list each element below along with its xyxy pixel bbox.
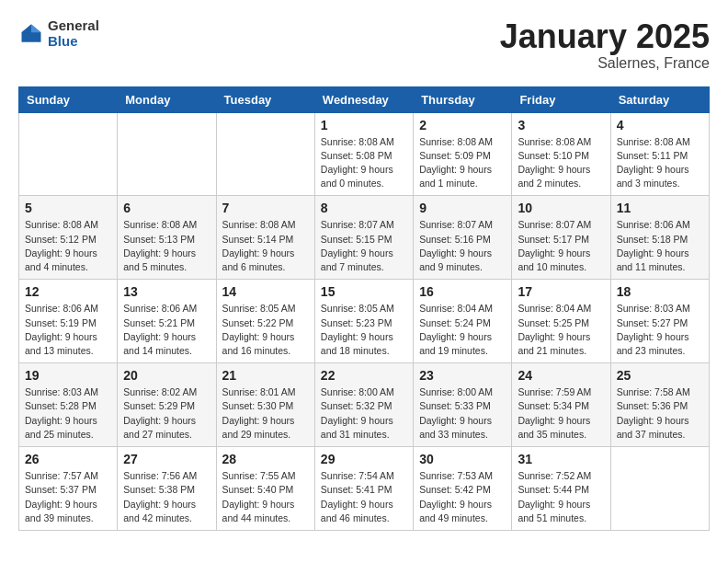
weekday-header-friday: Friday: [512, 86, 610, 112]
calendar-day-3: 3Sunrise: 8:08 AM Sunset: 5:10 PM Daylig…: [512, 112, 610, 196]
day-info: Sunrise: 8:07 AM Sunset: 5:17 PM Dayligh…: [518, 218, 604, 274]
calendar-week-3: 12Sunrise: 8:06 AM Sunset: 5:19 PM Dayli…: [19, 280, 710, 363]
day-number: 1: [321, 118, 407, 132]
day-info: Sunrise: 8:00 AM Sunset: 5:32 PM Dayligh…: [321, 385, 407, 442]
calendar-day-8: 8Sunrise: 8:07 AM Sunset: 5:15 PM Daylig…: [314, 196, 413, 280]
calendar-day-10: 10Sunrise: 8:07 AM Sunset: 5:17 PM Dayli…: [512, 196, 610, 280]
calendar-day-19: 19Sunrise: 8:03 AM Sunset: 5:28 PM Dayli…: [19, 363, 118, 447]
day-info: Sunrise: 8:06 AM Sunset: 5:18 PM Dayligh…: [617, 218, 703, 274]
day-number: 6: [123, 201, 210, 215]
calendar-week-1: 1Sunrise: 8:08 AM Sunset: 5:08 PM Daylig…: [19, 112, 710, 196]
svg-marker-1: [31, 24, 41, 32]
day-number: 28: [222, 452, 309, 466]
day-number: 19: [25, 368, 111, 383]
day-info: Sunrise: 8:08 AM Sunset: 5:10 PM Dayligh…: [518, 135, 604, 191]
weekday-header-sunday: Sunday: [19, 86, 118, 112]
calendar-day-4: 4Sunrise: 8:08 AM Sunset: 5:11 PM Daylig…: [610, 112, 709, 196]
day-number: 31: [518, 452, 604, 466]
calendar-week-4: 19Sunrise: 8:03 AM Sunset: 5:28 PM Dayli…: [19, 363, 710, 447]
svg-marker-2: [22, 24, 32, 32]
calendar-week-2: 5Sunrise: 8:08 AM Sunset: 5:12 PM Daylig…: [19, 196, 710, 280]
day-info: Sunrise: 8:08 AM Sunset: 5:12 PM Dayligh…: [25, 218, 111, 274]
calendar-day-20: 20Sunrise: 8:02 AM Sunset: 5:29 PM Dayli…: [118, 363, 216, 447]
day-info: Sunrise: 7:54 AM Sunset: 5:41 PM Dayligh…: [321, 469, 407, 525]
calendar-day-17: 17Sunrise: 8:04 AM Sunset: 5:25 PM Dayli…: [512, 280, 610, 363]
calendar-subtitle: Salernes, France: [500, 55, 710, 72]
logo-icon: [18, 21, 44, 47]
calendar-day-22: 22Sunrise: 8:00 AM Sunset: 5:32 PM Dayli…: [314, 363, 413, 447]
calendar-day-18: 18Sunrise: 8:03 AM Sunset: 5:27 PM Dayli…: [610, 280, 709, 363]
day-info: Sunrise: 8:05 AM Sunset: 5:22 PM Dayligh…: [222, 302, 309, 358]
day-number: 12: [25, 284, 111, 299]
day-number: 20: [123, 368, 210, 383]
calendar-day-6: 6Sunrise: 8:08 AM Sunset: 5:13 PM Daylig…: [118, 196, 216, 280]
day-number: 4: [617, 118, 703, 132]
day-info: Sunrise: 8:00 AM Sunset: 5:33 PM Dayligh…: [419, 385, 506, 442]
day-number: 30: [419, 452, 506, 466]
day-info: Sunrise: 8:03 AM Sunset: 5:27 PM Dayligh…: [617, 302, 703, 358]
calendar-day-16: 16Sunrise: 8:04 AM Sunset: 5:24 PM Dayli…: [414, 280, 512, 363]
day-info: Sunrise: 7:58 AM Sunset: 5:36 PM Dayligh…: [617, 385, 703, 442]
weekday-header-row: SundayMondayTuesdayWednesdayThursdayFrid…: [19, 86, 710, 112]
day-number: 13: [123, 284, 210, 299]
calendar-table: SundayMondayTuesdayWednesdayThursdayFrid…: [18, 86, 710, 531]
calendar-day-7: 7Sunrise: 8:08 AM Sunset: 5:14 PM Daylig…: [216, 196, 314, 280]
calendar-day-31: 31Sunrise: 7:52 AM Sunset: 5:44 PM Dayli…: [512, 447, 610, 531]
day-number: 9: [419, 201, 506, 215]
calendar-day-5: 5Sunrise: 8:08 AM Sunset: 5:12 PM Daylig…: [19, 196, 118, 280]
day-info: Sunrise: 7:59 AM Sunset: 5:34 PM Dayligh…: [518, 385, 604, 442]
empty-cell: [216, 112, 314, 196]
weekday-header-wednesday: Wednesday: [314, 86, 413, 112]
empty-cell: [118, 112, 216, 196]
calendar-day-21: 21Sunrise: 8:01 AM Sunset: 5:30 PM Dayli…: [216, 363, 314, 447]
day-info: Sunrise: 8:02 AM Sunset: 5:29 PM Dayligh…: [123, 385, 210, 442]
day-info: Sunrise: 8:06 AM Sunset: 5:21 PM Dayligh…: [123, 302, 210, 358]
weekday-header-monday: Monday: [118, 86, 216, 112]
day-number: 24: [518, 368, 604, 383]
logo: General Blue: [18, 18, 99, 49]
day-number: 22: [321, 368, 407, 383]
day-number: 5: [25, 201, 111, 215]
calendar-day-30: 30Sunrise: 7:53 AM Sunset: 5:42 PM Dayli…: [414, 447, 512, 531]
day-info: Sunrise: 7:55 AM Sunset: 5:40 PM Dayligh…: [222, 469, 309, 525]
day-number: 14: [222, 284, 309, 299]
day-info: Sunrise: 7:57 AM Sunset: 5:37 PM Dayligh…: [25, 469, 111, 525]
day-info: Sunrise: 8:08 AM Sunset: 5:13 PM Dayligh…: [123, 218, 210, 274]
day-info: Sunrise: 8:01 AM Sunset: 5:30 PM Dayligh…: [222, 385, 309, 442]
day-number: 15: [321, 284, 407, 299]
calendar-day-2: 2Sunrise: 8:08 AM Sunset: 5:09 PM Daylig…: [414, 112, 512, 196]
day-info: Sunrise: 8:04 AM Sunset: 5:25 PM Dayligh…: [518, 302, 604, 358]
calendar-day-23: 23Sunrise: 8:00 AM Sunset: 5:33 PM Dayli…: [414, 363, 512, 447]
calendar-day-9: 9Sunrise: 8:07 AM Sunset: 5:16 PM Daylig…: [414, 196, 512, 280]
day-number: 23: [419, 368, 506, 383]
weekday-header-tuesday: Tuesday: [216, 86, 314, 112]
day-number: 25: [617, 368, 703, 383]
calendar-day-13: 13Sunrise: 8:06 AM Sunset: 5:21 PM Dayli…: [118, 280, 216, 363]
calendar-day-26: 26Sunrise: 7:57 AM Sunset: 5:37 PM Dayli…: [19, 447, 118, 531]
day-info: Sunrise: 8:08 AM Sunset: 5:08 PM Dayligh…: [321, 135, 407, 191]
day-number: 26: [25, 452, 111, 466]
calendar-header: SundayMondayTuesdayWednesdayThursdayFrid…: [19, 86, 710, 112]
day-number: 18: [617, 284, 703, 299]
weekday-header-thursday: Thursday: [414, 86, 512, 112]
day-info: Sunrise: 8:07 AM Sunset: 5:16 PM Dayligh…: [419, 218, 506, 274]
title-block: January 2025 Salernes, France: [500, 18, 710, 72]
day-info: Sunrise: 8:07 AM Sunset: 5:15 PM Dayligh…: [321, 218, 407, 274]
day-number: 3: [518, 118, 604, 132]
calendar-day-25: 25Sunrise: 7:58 AM Sunset: 5:36 PM Dayli…: [610, 363, 709, 447]
calendar-title: January 2025: [500, 18, 710, 55]
day-number: 2: [419, 118, 506, 132]
empty-cell: [610, 447, 709, 531]
day-number: 27: [123, 452, 210, 466]
day-info: Sunrise: 7:52 AM Sunset: 5:44 PM Dayligh…: [518, 469, 604, 525]
calendar-body: 1Sunrise: 8:08 AM Sunset: 5:08 PM Daylig…: [19, 112, 710, 530]
calendar-week-5: 26Sunrise: 7:57 AM Sunset: 5:37 PM Dayli…: [19, 447, 710, 531]
calendar-day-1: 1Sunrise: 8:08 AM Sunset: 5:08 PM Daylig…: [314, 112, 413, 196]
day-number: 17: [518, 284, 604, 299]
weekday-header-saturday: Saturday: [610, 86, 709, 112]
logo-text: General Blue: [48, 18, 99, 49]
day-info: Sunrise: 8:06 AM Sunset: 5:19 PM Dayligh…: [25, 302, 111, 358]
day-info: Sunrise: 8:08 AM Sunset: 5:09 PM Dayligh…: [419, 135, 506, 191]
day-info: Sunrise: 7:53 AM Sunset: 5:42 PM Dayligh…: [419, 469, 506, 525]
calendar-day-11: 11Sunrise: 8:06 AM Sunset: 5:18 PM Dayli…: [610, 196, 709, 280]
